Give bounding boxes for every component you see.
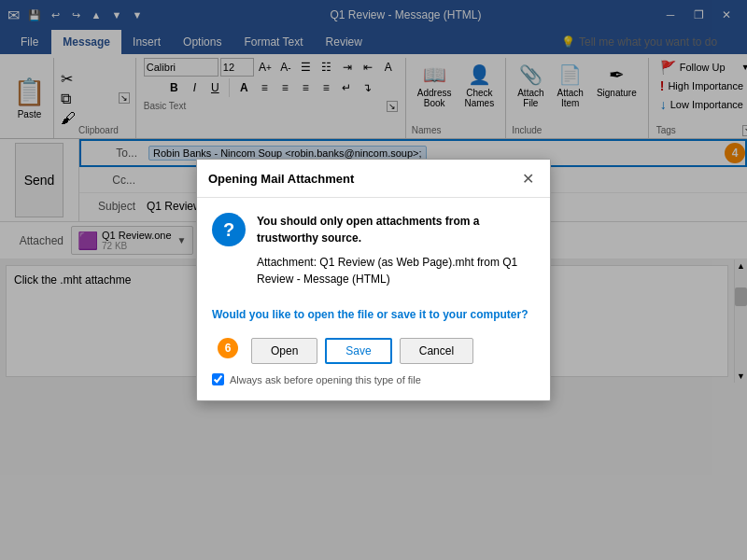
info-icon: ? (212, 213, 246, 246)
cancel-btn[interactable]: Cancel (400, 338, 473, 364)
always-ask-checkbox[interactable] (212, 373, 224, 385)
dialog-text-content: You should only open attachments from a … (257, 213, 535, 295)
dialog-question: Would you like to open the file or save … (212, 306, 535, 323)
always-ask-label: Always ask before opening this type of f… (230, 374, 421, 385)
dialog-title: Opening Mail Attachment (208, 172, 354, 186)
open-btn[interactable]: Open (251, 338, 317, 364)
always-ask-row: Always ask before opening this type of f… (212, 373, 535, 385)
dialog-close-btn[interactable]: ✕ (516, 167, 539, 189)
dialog-icon-row: ? You should only open attachments from … (212, 213, 535, 295)
dialog-buttons: 6 Open Save Cancel (212, 338, 535, 364)
open-attachment-dialog: Opening Mail Attachment ✕ ? You should o… (196, 159, 551, 401)
dialog-overlay: Opening Mail Attachment ✕ ? You should o… (0, 0, 747, 560)
step-6-badge: 6 (218, 338, 238, 358)
save-btn[interactable]: Save (325, 338, 391, 364)
dialog-body: ? You should only open attachments from … (197, 198, 550, 400)
dialog-title-bar: Opening Mail Attachment ✕ (197, 160, 550, 198)
